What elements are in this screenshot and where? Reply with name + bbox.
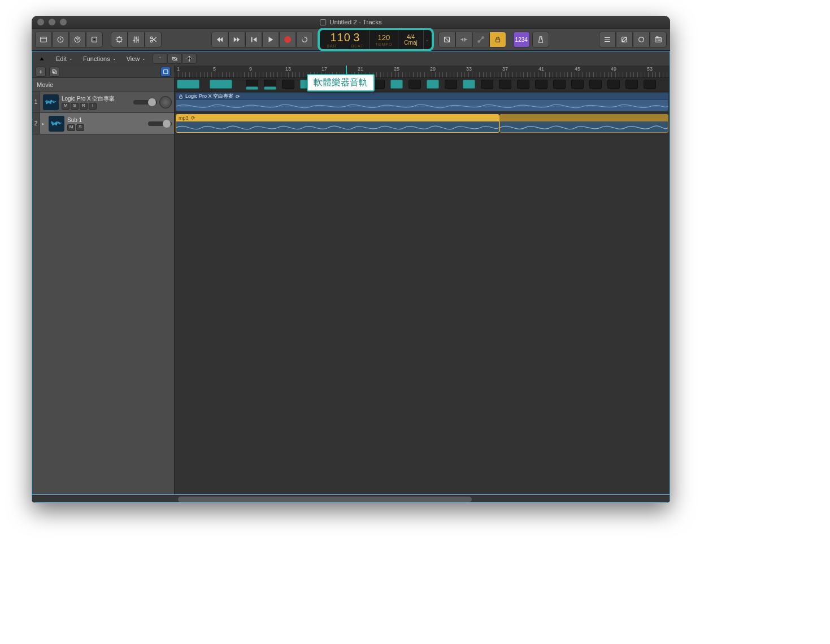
track-lane[interactable]: Logic Pro X 空白專案⟳ <box>175 92 670 113</box>
movie-thumbnail[interactable] <box>571 80 584 89</box>
movie-thumbnail[interactable] <box>409 80 421 89</box>
quick-help-button[interactable] <box>69 32 86 47</box>
movie-thumbnail[interactable] <box>445 80 457 89</box>
movie-thumbnail[interactable] <box>535 80 547 89</box>
movie-thumbnail[interactable] <box>427 80 439 89</box>
volume-slider[interactable] <box>133 100 157 105</box>
audio-region[interactable]: Logic Pro X 空白專案⟳ <box>176 93 668 111</box>
audio-region-loop[interactable] <box>499 114 668 133</box>
movie-thumbnail[interactable] <box>282 80 294 89</box>
bar-ruler[interactable]: 1 5 9 13 17 21 25 29 33 37 41 45 49 53 <box>175 66 670 78</box>
track-number: 2 <box>32 113 40 134</box>
workspace: + Movie 1 Logic Pro X 空白專案 M S R I <box>32 66 670 495</box>
close-window-button[interactable] <box>37 19 44 25</box>
zoom-window-button[interactable] <box>60 19 67 25</box>
svg-rect-68 <box>164 69 168 73</box>
library-button[interactable] <box>35 32 52 47</box>
movie-track-lane <box>175 78 670 92</box>
loop-icon: ⟳ <box>191 115 195 121</box>
movie-thumbnail[interactable] <box>481 80 493 89</box>
mute-button[interactable]: M <box>67 124 75 131</box>
mute-button[interactable]: M <box>62 103 69 110</box>
movie-thumbnail[interactable] <box>517 80 529 89</box>
svg-point-20 <box>133 40 135 41</box>
smart-controls-button[interactable] <box>111 32 128 47</box>
input-monitor-button[interactable]: I <box>89 103 97 110</box>
movie-track-header[interactable]: Movie <box>32 78 174 92</box>
scissors-button[interactable] <box>145 32 162 47</box>
track-disclosure[interactable]: ▸ <box>40 121 46 127</box>
solo-button[interactable]: S <box>71 103 79 110</box>
track-panel-header: + <box>32 66 174 78</box>
movie-thumbnail[interactable] <box>463 80 475 89</box>
track-header[interactable]: 1 Logic Pro X 空白專案 M S R I <box>32 92 174 113</box>
svg-point-22 <box>137 39 139 41</box>
volume-slider[interactable] <box>148 121 172 126</box>
horizontal-scrollbar[interactable] <box>178 497 472 502</box>
edit-menu[interactable]: Edit ⌄ <box>53 54 76 64</box>
svg-rect-69 <box>180 96 182 98</box>
duplicate-track-button[interactable] <box>49 67 59 77</box>
add-track-button[interactable]: + <box>36 67 46 77</box>
annotation-label: 軟體樂器音軌 <box>307 74 375 92</box>
movie-thumbnail[interactable] <box>644 80 656 89</box>
track-info: Logic Pro X 空白專案 M S R I <box>62 95 133 110</box>
tracks-local-menu: Edit ⌄ Functions ⌄ View ⌄ ⌄ ⌄ Snap: Smar… <box>32 51 670 66</box>
minimize-window-button[interactable] <box>49 19 55 25</box>
track-number: 1 <box>32 92 40 112</box>
movie-thumbnail[interactable] <box>390 80 403 89</box>
movie-thumbnail[interactable] <box>607 80 620 89</box>
loop-icon: ⟳ <box>236 94 240 99</box>
audio-region-selected[interactable]: mp3⟳ <box>176 114 499 133</box>
toolbar-toggle-button[interactable] <box>86 32 103 47</box>
window-controls <box>32 19 67 25</box>
track-name[interactable]: Sub 1 <box>67 116 148 124</box>
movie-thumbnail[interactable] <box>625 80 638 89</box>
mixer-button[interactable] <box>128 32 145 47</box>
bottom-scrollbar-area <box>32 495 670 503</box>
svg-point-4 <box>60 41 60 41</box>
svg-point-21 <box>136 37 137 39</box>
svg-line-15 <box>117 41 118 42</box>
pointer-up-icon[interactable] <box>34 54 49 64</box>
edit-tools <box>111 32 162 47</box>
pan-knob[interactable] <box>159 96 172 108</box>
track-header[interactable]: 2 ▸ Sub 1 M S <box>32 113 174 134</box>
svg-line-13 <box>117 37 118 38</box>
movie-thumbnail[interactable] <box>177 80 199 89</box>
solo-button[interactable]: S <box>76 124 84 131</box>
arrange-area[interactable]: 1 5 9 13 17 21 25 29 33 37 41 45 49 53 <box>175 66 670 494</box>
movie-thumbnail[interactable] <box>499 80 511 89</box>
track-header-area: + Movie 1 Logic Pro X 空白專案 M S R I <box>32 66 175 494</box>
track-icon[interactable] <box>49 116 64 132</box>
left-view-buttons <box>35 32 103 47</box>
global-tracks-button[interactable] <box>160 67 171 77</box>
svg-point-6 <box>77 41 77 41</box>
track-info: Sub 1 M S <box>67 116 148 131</box>
svg-line-14 <box>121 41 121 42</box>
functions-menu[interactable]: Functions ⌄ <box>80 54 120 64</box>
track-icon[interactable] <box>43 94 59 110</box>
svg-line-16 <box>121 37 121 38</box>
track-lane[interactable]: mp3⟳ <box>175 113 670 134</box>
movie-thumbnail[interactable] <box>589 80 602 89</box>
view-menu[interactable]: View ⌄ <box>123 54 150 64</box>
track-name[interactable]: Logic Pro X 空白專案 <box>62 95 133 102</box>
movie-thumbnail[interactable] <box>210 80 232 89</box>
app-window: Untitled 2 - Tracks <box>32 16 670 503</box>
inspector-button[interactable] <box>52 32 69 47</box>
record-enable-button[interactable]: R <box>80 103 88 110</box>
svg-rect-0 <box>41 37 47 42</box>
link-button[interactable] <box>153 54 167 64</box>
movie-thumbnail[interactable] <box>553 80 566 89</box>
